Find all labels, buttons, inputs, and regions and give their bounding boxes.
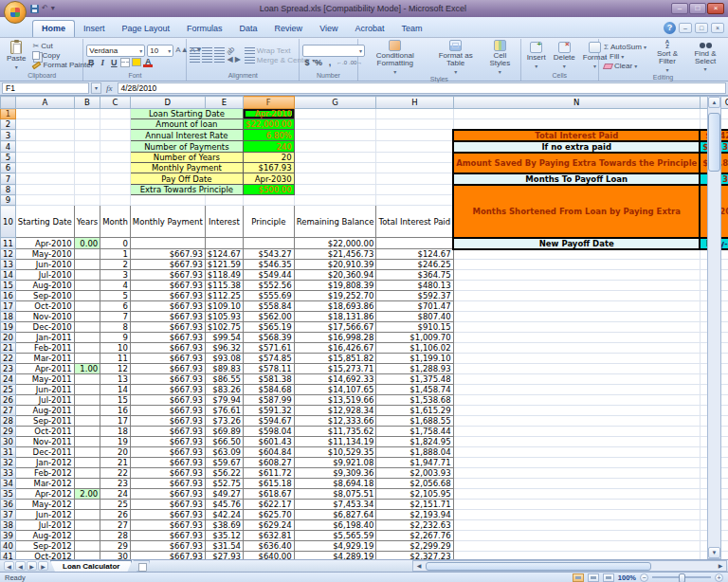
tab-view[interactable]: View bbox=[311, 21, 346, 37]
amort-cell[interactable]: 5 bbox=[100, 291, 131, 301]
italic-button[interactable]: I bbox=[98, 58, 107, 67]
amort-cell[interactable]: $49.27 bbox=[205, 489, 243, 500]
amort-cell[interactable]: $558.84 bbox=[243, 301, 294, 312]
amort-cell[interactable]: $562.00 bbox=[243, 312, 294, 322]
amort-cell[interactable]: 7 bbox=[100, 312, 131, 322]
cell[interactable] bbox=[100, 119, 131, 130]
amort-cell[interactable]: Dec-2010 bbox=[15, 322, 74, 333]
summary-label[interactable]: New Payoff Date bbox=[453, 238, 700, 249]
amort-cell[interactable]: $35.12 bbox=[205, 531, 243, 541]
amort-cell[interactable]: $667.93 bbox=[130, 406, 205, 416]
delete-cells-button[interactable]: Delete▾ bbox=[551, 42, 578, 69]
amort-cell[interactable]: $598.04 bbox=[243, 427, 294, 437]
param-value[interactable]: Apr-2030 bbox=[243, 173, 294, 185]
amort-cell[interactable]: $667.93 bbox=[130, 291, 205, 301]
cell[interactable] bbox=[453, 119, 700, 130]
cell-styles-button[interactable]: Cell Styles▾ bbox=[482, 40, 518, 75]
cell[interactable] bbox=[453, 312, 700, 322]
amort-cell[interactable]: Oct-2010 bbox=[15, 301, 74, 312]
amort-cell[interactable]: $89.83 bbox=[205, 364, 243, 374]
row-header-21[interactable]: 21 bbox=[1, 343, 16, 354]
cell[interactable] bbox=[130, 195, 205, 206]
row-header-8[interactable]: 8 bbox=[1, 185, 16, 195]
amort-cell[interactable]: $99.54 bbox=[205, 333, 243, 343]
amort-cell[interactable]: $109.10 bbox=[205, 301, 243, 312]
cell[interactable] bbox=[453, 500, 700, 510]
column-header-E[interactable]: E bbox=[205, 97, 243, 109]
amort-cell[interactable]: $565.19 bbox=[243, 322, 294, 333]
bold-button[interactable]: B bbox=[86, 58, 96, 67]
amort-cell[interactable] bbox=[74, 343, 100, 354]
amort-cell[interactable]: Mar-2012 bbox=[15, 479, 74, 489]
cell[interactable] bbox=[376, 195, 453, 206]
amort-cell[interactable]: $1,458.74 bbox=[376, 385, 453, 395]
cell[interactable] bbox=[243, 195, 294, 206]
amort-cell[interactable]: $667.93 bbox=[130, 468, 205, 479]
amort-cell[interactable]: $667.93 bbox=[130, 489, 205, 500]
font-name-select[interactable]: Verdana▾ bbox=[86, 45, 145, 57]
cell[interactable] bbox=[453, 437, 700, 447]
amort-cell[interactable]: $667.93 bbox=[130, 458, 205, 468]
amort-cell[interactable]: $20,360.94 bbox=[294, 270, 376, 281]
summary-label[interactable]: Months Shortened From Loan by Paying Ext… bbox=[453, 185, 700, 238]
cell[interactable] bbox=[205, 195, 243, 206]
amort-cell[interactable]: Jun-2011 bbox=[15, 385, 74, 395]
row-header-12[interactable]: 12 bbox=[1, 249, 16, 260]
cell[interactable] bbox=[100, 173, 131, 185]
param-value[interactable]: $167.93 bbox=[243, 163, 294, 173]
tab-insert[interactable]: Insert bbox=[75, 21, 114, 37]
number-format-select[interactable]: ▾ bbox=[302, 45, 365, 57]
amort-cell[interactable]: $96.32 bbox=[205, 343, 243, 354]
amort-cell[interactable]: Nov-2011 bbox=[15, 437, 74, 447]
amort-cell[interactable]: $629.24 bbox=[243, 520, 294, 531]
amort-cell[interactable]: $667.93 bbox=[130, 249, 205, 260]
amort-cell[interactable]: 24 bbox=[100, 489, 131, 500]
amort-cell[interactable]: $1,199.10 bbox=[376, 354, 453, 364]
amort-cell[interactable]: 12 bbox=[100, 364, 131, 374]
tab-home[interactable]: Home bbox=[32, 20, 75, 37]
cell[interactable] bbox=[74, 173, 100, 185]
cell[interactable] bbox=[74, 130, 100, 141]
amort-cell[interactable] bbox=[376, 238, 453, 249]
font-color-button[interactable]: A bbox=[143, 58, 153, 67]
name-box-dropdown-icon[interactable]: ▾ bbox=[91, 82, 101, 94]
amort-cell[interactable]: 18 bbox=[100, 427, 131, 437]
name-box[interactable]: F1 bbox=[2, 82, 89, 94]
amort-cell[interactable]: 20 bbox=[100, 447, 131, 458]
param-label[interactable]: Annual Interest Rate bbox=[130, 130, 243, 141]
amort-cell[interactable]: $45.76 bbox=[205, 500, 243, 510]
amort-cell[interactable]: $2,151.71 bbox=[376, 500, 453, 510]
amort-cell[interactable]: Mar-2011 bbox=[15, 354, 74, 364]
amort-cell[interactable]: $83.26 bbox=[205, 385, 243, 395]
amort-cell[interactable] bbox=[74, 395, 100, 406]
horizontal-scrollbar[interactable]: ◀ ▶ bbox=[412, 560, 727, 572]
amort-cell[interactable] bbox=[74, 479, 100, 489]
paste-button[interactable]: Paste ▾ bbox=[4, 41, 28, 70]
amort-cell[interactable]: $19,252.70 bbox=[294, 291, 376, 301]
cell[interactable] bbox=[15, 173, 74, 185]
row-header-7[interactable]: 7 bbox=[1, 173, 16, 185]
amort-cell[interactable]: Jul-2010 bbox=[15, 270, 74, 281]
amort-cell[interactable]: $56.22 bbox=[205, 468, 243, 479]
column-header-C[interactable]: C bbox=[100, 97, 131, 109]
row-header-2[interactable]: 2 bbox=[1, 119, 16, 130]
summary-label[interactable]: Total Interest Paid bbox=[453, 130, 700, 141]
amort-cell[interactable]: $93.08 bbox=[205, 354, 243, 364]
param-value[interactable]: $500.00 bbox=[243, 185, 294, 195]
amort-cell[interactable]: $16,426.67 bbox=[294, 343, 376, 354]
row-header-6[interactable]: 6 bbox=[1, 163, 16, 173]
row-header-34[interactable]: 34 bbox=[1, 479, 16, 489]
sheet-tab-loan-calculator[interactable]: Loan Calculator bbox=[50, 560, 132, 572]
insert-cells-button[interactable]: Insert▾ bbox=[524, 42, 549, 69]
align-center-icon[interactable] bbox=[202, 56, 212, 64]
amort-cell[interactable]: $14,107.65 bbox=[294, 385, 376, 395]
amort-cell[interactable]: Oct-2012 bbox=[15, 552, 74, 560]
amort-cell[interactable]: $121.59 bbox=[205, 260, 243, 270]
amort-cell[interactable]: $571.61 bbox=[243, 343, 294, 354]
row-header-14[interactable]: 14 bbox=[1, 270, 16, 281]
percent-format-button[interactable]: % bbox=[314, 58, 323, 67]
amort-cell[interactable]: 1.00 bbox=[74, 364, 100, 374]
amort-cell[interactable]: 21 bbox=[100, 458, 131, 468]
conditional-formatting-button[interactable]: Conditional Formatting▾ bbox=[361, 40, 428, 75]
amort-cell[interactable] bbox=[243, 238, 294, 249]
